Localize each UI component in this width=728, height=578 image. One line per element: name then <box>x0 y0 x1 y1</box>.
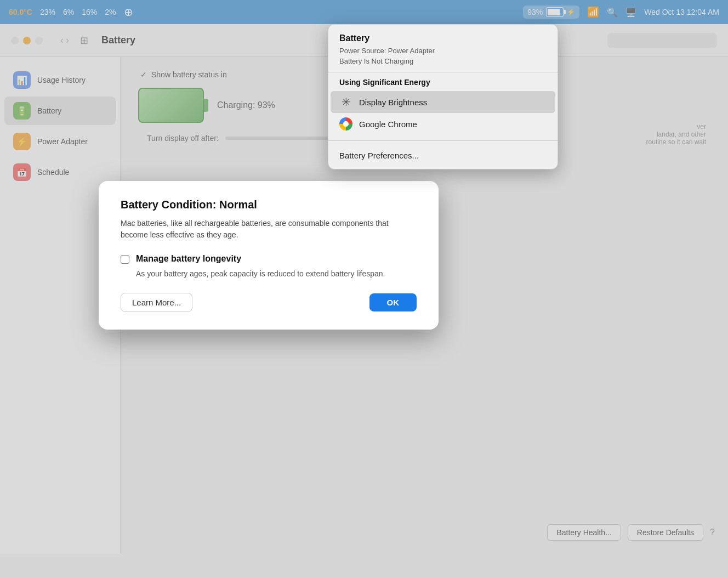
dropdown-prefs-button[interactable]: Battery Preferences... <box>328 146 558 165</box>
manage-battery-checkbox[interactable] <box>121 255 129 264</box>
dropdown-item-chrome[interactable]: Google Chrome <box>328 113 558 135</box>
dropdown-charging-status: Battery Is Not Charging <box>328 56 558 66</box>
chrome-icon <box>339 117 352 131</box>
ok-button[interactable]: OK <box>369 293 417 311</box>
modal-checkbox-desc: As your battery ages, peak capacity is r… <box>136 268 417 280</box>
dropdown-divider-2 <box>328 140 558 141</box>
modal-buttons: Learn More... OK <box>121 293 417 312</box>
modal-description: Mac batteries, like all rechargeable bat… <box>121 218 417 241</box>
dropdown-title: Battery <box>328 33 558 46</box>
modal-dialog: Battery Condition: Normal Mac batteries,… <box>99 181 439 330</box>
dropdown-brightness-label: Display Brightness <box>359 98 427 107</box>
dropdown-divider-1 <box>328 72 558 72</box>
modal-title: Battery Condition: Normal <box>121 199 417 211</box>
brightness-icon: ✳ <box>339 95 352 109</box>
modal-checkbox-row: Manage battery longevity <box>121 254 417 264</box>
dropdown-chrome-label: Google Chrome <box>359 120 417 129</box>
dropdown-section-title: Using Significant Energy <box>328 78 558 91</box>
modal-checkbox-label: Manage battery longevity <box>136 254 241 264</box>
dropdown-item-brightness[interactable]: ✳ Display Brightness <box>331 91 555 113</box>
dropdown-power-source: Power Source: Power Adapter <box>328 46 558 56</box>
dropdown-menu[interactable]: Battery Power Source: Power Adapter Batt… <box>328 24 558 169</box>
learn-more-button[interactable]: Learn More... <box>121 293 192 312</box>
